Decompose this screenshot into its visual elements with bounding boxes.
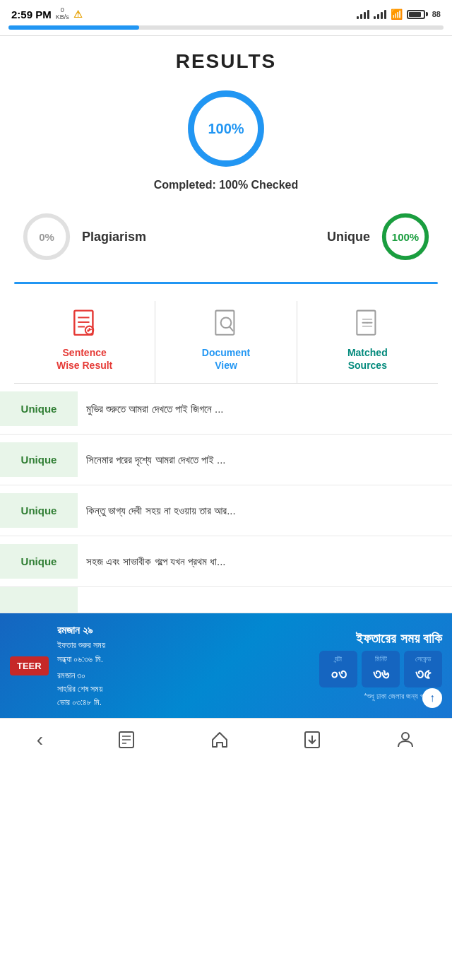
- tab-sentence-wise[interactable]: SentenceWise Result: [14, 301, 155, 383]
- unique-section: Unique 100%: [327, 211, 431, 262]
- sentence-wise-icon: [69, 309, 100, 341]
- unique-label: Unique: [327, 230, 370, 244]
- result-badge-text-3: Unique: [21, 555, 57, 567]
- plagiarism-percent: 0%: [39, 231, 54, 243]
- result-row: Unique সহজ এবং সাভাবীক গল্পে যখন প্রথম ধ…: [0, 536, 452, 587]
- ad-banner[interactable]: TEER রমজান ২৯ ইফতার শুরুর সময় সন্ধ্যা ০…: [0, 613, 452, 718]
- result-badge-1: Unique: [0, 442, 78, 477]
- ad-left-info: রমজান ২৯ ইফতার শুরুর সময় সন্ধ্যা ০৬:৩৬ …: [57, 622, 106, 709]
- unique-percent: 100%: [392, 231, 419, 243]
- ad-timer-hour-label: ঘন্টা: [328, 655, 349, 663]
- blue-divider: [14, 282, 438, 284]
- svg-line-14: [230, 326, 233, 331]
- result-text-1: সিনেমার পরের দৃশ্যে আমরা দেখতে পাই ...: [78, 441, 234, 480]
- tab-sentence-wise-label: SentenceWise Result: [56, 346, 112, 372]
- nav-download-button[interactable]: [302, 730, 322, 750]
- plagiarism-section: 0% Plagiarism: [21, 211, 146, 262]
- tab-matched-sources-label: MatchedSources: [347, 346, 388, 372]
- battery-icon: [407, 10, 428, 19]
- result-row: Unique সিনেমার পরের দৃশ্যে আমরা দেখতে পা…: [0, 435, 452, 485]
- top-progress-fill: [8, 25, 139, 30]
- ad-left-title: রমজান ২৯: [57, 622, 106, 639]
- tab-matched-sources[interactable]: MatchedSources: [297, 301, 438, 383]
- result-text-3: সহজ এবং সাভাবীক গল্পে যখন প্রথম ধা...: [78, 543, 234, 581]
- result-badge-text-0: Unique: [21, 403, 57, 415]
- results-list: Unique মুভির শুরুতে আমরা দেখতে পাই জিগনে…: [0, 384, 452, 613]
- battery-level: 88: [432, 10, 441, 18]
- ad-scroll-button[interactable]: ↑: [422, 688, 442, 708]
- results-title: RESULTS: [14, 50, 438, 73]
- tab-document-view-label: DocumentView: [202, 346, 250, 372]
- ad-timers: ঘন্টা ০৩ মিনিট ৩৬ সেকেন্ড ৩৫: [319, 651, 442, 687]
- bottom-nav: ‹: [0, 718, 452, 763]
- tab-document-view[interactable]: DocumentView: [155, 301, 297, 383]
- result-badge-2: Unique: [0, 493, 78, 528]
- ad-sahar-label: সাহরির শেষ সময়: [57, 683, 106, 696]
- result-row: Unique কিন্তু ভাগ্য দেবী সহয় না হওয়ায়…: [0, 485, 452, 536]
- nav-home-button[interactable]: [210, 730, 230, 750]
- ad-iftar-label: ইফতার শুরুর সময়: [57, 639, 106, 652]
- ad-timer-hour-value: ০৩: [328, 665, 349, 683]
- plagiarism-label: Plagiarism: [82, 230, 146, 244]
- ad-ramzan30: রমজান ৩০: [57, 669, 106, 683]
- result-badge-text-1: Unique: [21, 454, 57, 466]
- plag-unique-row: 0% Plagiarism Unique 100%: [14, 211, 438, 262]
- ad-logo-text: TEER: [10, 656, 49, 675]
- status-kb: 0KB/s: [56, 7, 69, 21]
- ad-timer-min-label: মিনিট: [370, 655, 391, 663]
- ad-timer-min: মিনিট ৩৬: [362, 651, 400, 687]
- tabs-row: SentenceWise Result DocumentView Matched…: [14, 301, 438, 384]
- main-circle-percent: 100%: [208, 121, 244, 137]
- result-text-0: মুভির শুরুতে আমরা দেখতে পাই জিগনে ...: [78, 390, 232, 429]
- wifi-icon: 📶: [391, 8, 403, 20]
- nav-profile-button[interactable]: [396, 730, 415, 750]
- nav-book-button[interactable]: [117, 730, 136, 750]
- result-badge-partial: [0, 587, 78, 613]
- matched-sources-icon: [352, 309, 383, 341]
- signal-icon: [357, 9, 369, 19]
- result-row-partial: [0, 587, 452, 613]
- result-text-2: কিন্তু ভাগ্য দেবী সহয় না হওয়ায় তার আর…: [78, 492, 244, 531]
- status-time: 2:59 PM: [11, 8, 52, 20]
- status-icons: 📶 88: [357, 8, 441, 20]
- signal-icon-2: [374, 9, 386, 19]
- top-divider: [0, 35, 452, 36]
- ad-right-title: ইফতারের সময় বাকি: [356, 631, 442, 647]
- result-badge-0: Unique: [0, 391, 78, 426]
- plagiarism-circle: 0%: [21, 211, 72, 262]
- result-badge-3: Unique: [0, 544, 78, 579]
- status-bar: 2:59 PM 0KB/s ⚠ 📶 88: [0, 0, 452, 25]
- document-view-icon: [210, 309, 242, 341]
- status-warning: ⚠: [73, 8, 83, 20]
- unique-circle: 100%: [380, 211, 431, 262]
- ad-timer-sec-value: ৩৫: [412, 665, 434, 683]
- ad-timer-sec-label: সেকেন্ড: [412, 655, 434, 663]
- main-content: RESULTS 100% Completed: 100% Checked 0% …: [0, 50, 452, 384]
- top-progress-bar: [8, 25, 444, 30]
- result-row: Unique মুভির শুরুতে আমরা দেখতে পাই জিগনে…: [0, 384, 452, 435]
- ad-logo: TEER: [10, 656, 49, 675]
- result-badge-text-2: Unique: [21, 504, 57, 516]
- main-progress-circle: 100%: [14, 90, 438, 167]
- ad-right: ইফতারের সময় বাকি ঘন্টা ০৩ মিনিট ৩৬ সেকে…: [114, 631, 442, 701]
- ad-timer-hour: ঘন্টা ০৩: [319, 651, 357, 687]
- nav-back-button[interactable]: ‹: [37, 728, 43, 751]
- svg-point-26: [402, 733, 409, 740]
- ad-sahar-time: ভোর ০৩:৪৮ মি.: [57, 696, 106, 709]
- completed-text: Completed: 100% Checked: [14, 179, 438, 191]
- ad-timer-min-value: ৩৬: [370, 665, 391, 683]
- ad-iftar-time: সন্ধ্যা ০৬:৩৬ মি.: [57, 653, 106, 666]
- ad-timer-sec: সেকেন্ড ৩৫: [404, 651, 442, 687]
